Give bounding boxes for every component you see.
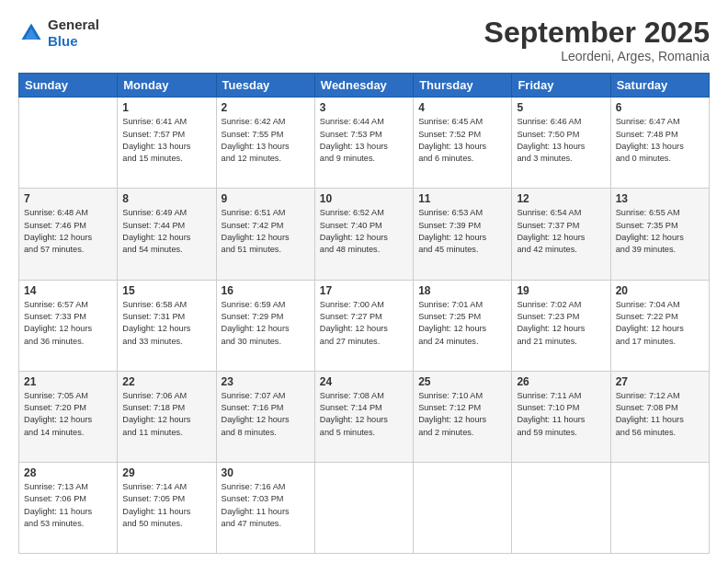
logo: General Blue <box>18 17 99 50</box>
calendar-week-row: 7Sunrise: 6:48 AMSunset: 7:46 PMDaylight… <box>19 189 710 280</box>
logo-general: General <box>48 17 99 32</box>
day-info: Sunrise: 6:48 AMSunset: 7:46 PMDaylight:… <box>24 207 112 256</box>
col-saturday: Saturday <box>610 74 709 98</box>
day-number: 9 <box>222 192 310 205</box>
table-cell: 9Sunrise: 6:51 AMSunset: 7:42 PMDaylight… <box>216 189 314 280</box>
day-number: 5 <box>517 101 605 114</box>
day-info: Sunrise: 6:52 AMSunset: 7:40 PMDaylight:… <box>320 207 408 256</box>
table-cell: 22Sunrise: 7:06 AMSunset: 7:18 PMDayligh… <box>118 371 216 462</box>
day-info: Sunrise: 6:53 AMSunset: 7:39 PMDaylight:… <box>418 207 506 256</box>
day-number: 23 <box>222 375 310 388</box>
day-number: 19 <box>517 284 605 297</box>
table-cell: 17Sunrise: 7:00 AMSunset: 7:27 PMDayligh… <box>314 280 413 371</box>
col-tuesday: Tuesday <box>216 74 314 98</box>
table-cell: 14Sunrise: 6:57 AMSunset: 7:33 PMDayligh… <box>19 280 118 371</box>
table-cell: 19Sunrise: 7:02 AMSunset: 7:23 PMDayligh… <box>512 280 610 371</box>
day-number: 1 <box>122 101 210 114</box>
table-cell: 6Sunrise: 6:47 AMSunset: 7:48 PMDaylight… <box>610 98 709 189</box>
day-info: Sunrise: 7:04 AMSunset: 7:22 PMDaylight:… <box>616 299 704 348</box>
header-row: Sunday Monday Tuesday Wednesday Thursday… <box>19 74 710 98</box>
day-info: Sunrise: 7:13 AMSunset: 7:06 PMDaylight:… <box>24 481 112 530</box>
col-sunday: Sunday <box>19 74 118 98</box>
day-info: Sunrise: 7:06 AMSunset: 7:18 PMDaylight:… <box>122 390 210 439</box>
day-info: Sunrise: 7:08 AMSunset: 7:14 PMDaylight:… <box>320 390 408 439</box>
day-info: Sunrise: 7:12 AMSunset: 7:08 PMDaylight:… <box>616 390 704 439</box>
calendar-week-row: 21Sunrise: 7:05 AMSunset: 7:20 PMDayligh… <box>19 371 710 462</box>
table-cell <box>314 462 413 553</box>
table-cell: 7Sunrise: 6:48 AMSunset: 7:46 PMDaylight… <box>19 189 118 280</box>
table-cell: 30Sunrise: 7:16 AMSunset: 7:03 PMDayligh… <box>216 462 314 553</box>
table-cell: 10Sunrise: 6:52 AMSunset: 7:40 PMDayligh… <box>314 189 413 280</box>
day-info: Sunrise: 6:49 AMSunset: 7:44 PMDaylight:… <box>122 207 210 256</box>
table-cell: 4Sunrise: 6:45 AMSunset: 7:52 PMDaylight… <box>414 98 512 189</box>
table-cell <box>414 462 512 553</box>
day-info: Sunrise: 7:00 AMSunset: 7:27 PMDaylight:… <box>320 299 408 348</box>
calendar-week-row: 1Sunrise: 6:41 AMSunset: 7:57 PMDaylight… <box>19 98 710 189</box>
calendar-week-row: 28Sunrise: 7:13 AMSunset: 7:06 PMDayligh… <box>19 462 710 553</box>
col-monday: Monday <box>118 74 216 98</box>
day-number: 22 <box>122 375 210 388</box>
header: General Blue September 2025 Leordeni, Ar… <box>18 17 710 63</box>
table-cell: 16Sunrise: 6:59 AMSunset: 7:29 PMDayligh… <box>216 280 314 371</box>
col-wednesday: Wednesday <box>314 74 413 98</box>
day-info: Sunrise: 7:07 AMSunset: 7:16 PMDaylight:… <box>222 390 310 439</box>
table-cell: 5Sunrise: 6:46 AMSunset: 7:50 PMDaylight… <box>512 98 610 189</box>
table-cell: 21Sunrise: 7:05 AMSunset: 7:20 PMDayligh… <box>19 371 118 462</box>
table-cell: 15Sunrise: 6:58 AMSunset: 7:31 PMDayligh… <box>118 280 216 371</box>
day-number: 7 <box>24 192 112 205</box>
day-number: 30 <box>222 466 310 479</box>
day-info: Sunrise: 7:14 AMSunset: 7:05 PMDaylight:… <box>122 481 210 530</box>
day-info: Sunrise: 7:05 AMSunset: 7:20 PMDaylight:… <box>24 390 112 439</box>
table-cell <box>610 462 709 553</box>
day-info: Sunrise: 6:46 AMSunset: 7:50 PMDaylight:… <box>517 116 605 165</box>
day-info: Sunrise: 6:44 AMSunset: 7:53 PMDaylight:… <box>320 116 408 165</box>
day-info: Sunrise: 7:10 AMSunset: 7:12 PMDaylight:… <box>418 390 506 439</box>
table-cell: 8Sunrise: 6:49 AMSunset: 7:44 PMDaylight… <box>118 189 216 280</box>
location: Leordeni, Arges, Romania <box>484 49 710 63</box>
table-cell: 26Sunrise: 7:11 AMSunset: 7:10 PMDayligh… <box>512 371 610 462</box>
day-info: Sunrise: 7:16 AMSunset: 7:03 PMDaylight:… <box>222 481 310 530</box>
day-info: Sunrise: 6:51 AMSunset: 7:42 PMDaylight:… <box>222 207 310 256</box>
table-cell: 27Sunrise: 7:12 AMSunset: 7:08 PMDayligh… <box>610 371 709 462</box>
table-cell: 25Sunrise: 7:10 AMSunset: 7:12 PMDayligh… <box>414 371 512 462</box>
day-info: Sunrise: 7:02 AMSunset: 7:23 PMDaylight:… <box>517 299 605 348</box>
col-thursday: Thursday <box>414 74 512 98</box>
col-friday: Friday <box>512 74 610 98</box>
table-cell: 11Sunrise: 6:53 AMSunset: 7:39 PMDayligh… <box>414 189 512 280</box>
day-number: 18 <box>418 284 506 297</box>
table-cell <box>512 462 610 553</box>
table-cell <box>19 98 118 189</box>
day-number: 16 <box>222 284 310 297</box>
day-number: 20 <box>616 284 704 297</box>
day-number: 14 <box>24 284 112 297</box>
day-number: 2 <box>222 101 310 114</box>
day-info: Sunrise: 6:45 AMSunset: 7:52 PMDaylight:… <box>418 116 506 165</box>
table-cell: 24Sunrise: 7:08 AMSunset: 7:14 PMDayligh… <box>314 371 413 462</box>
day-number: 27 <box>616 375 704 388</box>
day-info: Sunrise: 6:41 AMSunset: 7:57 PMDaylight:… <box>122 116 210 165</box>
day-info: Sunrise: 6:55 AMSunset: 7:35 PMDaylight:… <box>616 207 704 256</box>
day-number: 3 <box>320 101 408 114</box>
day-info: Sunrise: 6:59 AMSunset: 7:29 PMDaylight:… <box>222 299 310 348</box>
day-number: 29 <box>122 466 210 479</box>
calendar-week-row: 14Sunrise: 6:57 AMSunset: 7:33 PMDayligh… <box>19 280 710 371</box>
day-number: 6 <box>616 101 704 114</box>
day-number: 8 <box>122 192 210 205</box>
title-block: September 2025 Leordeni, Arges, Romania <box>484 17 710 63</box>
day-number: 25 <box>418 375 506 388</box>
day-number: 24 <box>320 375 408 388</box>
day-number: 15 <box>122 284 210 297</box>
table-cell: 29Sunrise: 7:14 AMSunset: 7:05 PMDayligh… <box>118 462 216 553</box>
day-number: 28 <box>24 466 112 479</box>
day-info: Sunrise: 6:57 AMSunset: 7:33 PMDaylight:… <box>24 299 112 348</box>
table-cell: 12Sunrise: 6:54 AMSunset: 7:37 PMDayligh… <box>512 189 610 280</box>
table-cell: 1Sunrise: 6:41 AMSunset: 7:57 PMDaylight… <box>118 98 216 189</box>
table-cell: 23Sunrise: 7:07 AMSunset: 7:16 PMDayligh… <box>216 371 314 462</box>
day-info: Sunrise: 7:01 AMSunset: 7:25 PMDaylight:… <box>418 299 506 348</box>
logo-blue: Blue <box>48 33 78 49</box>
table-cell: 28Sunrise: 7:13 AMSunset: 7:06 PMDayligh… <box>19 462 118 553</box>
day-info: Sunrise: 7:11 AMSunset: 7:10 PMDaylight:… <box>517 390 605 439</box>
table-cell: 2Sunrise: 6:42 AMSunset: 7:55 PMDaylight… <box>216 98 314 189</box>
table-cell: 20Sunrise: 7:04 AMSunset: 7:22 PMDayligh… <box>610 280 709 371</box>
logo-text: General Blue <box>48 17 99 50</box>
